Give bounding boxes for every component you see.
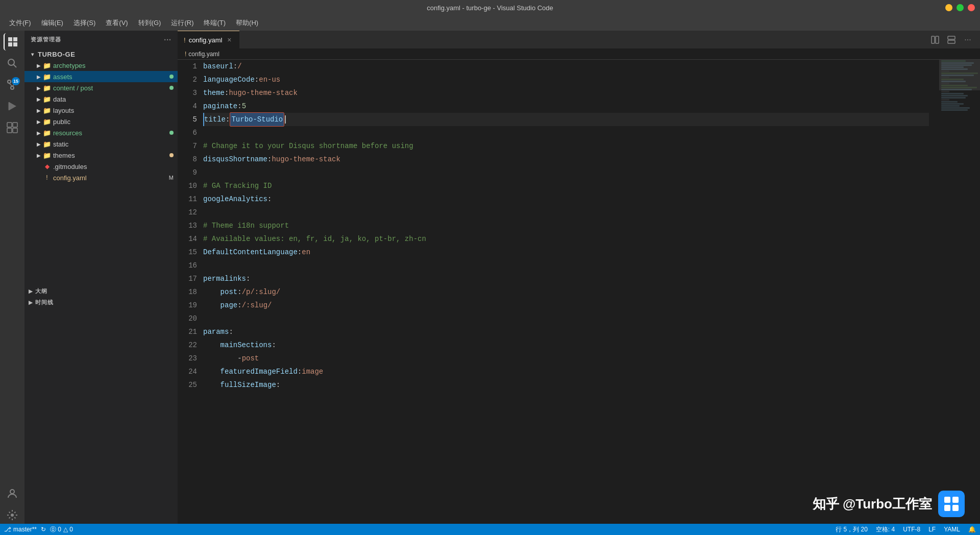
svg-rect-12 [13, 128, 17, 133]
root-label: TURBO-GE [38, 51, 75, 58]
outline-header[interactable]: ▶ 大纲 [24, 285, 178, 297]
svg-rect-10 [13, 123, 17, 127]
menu-view[interactable]: 查看(V) [102, 17, 132, 29]
status-encoding[interactable]: UTF-8 [903, 526, 920, 533]
sidebar-item-assets[interactable]: ▶ 📁 assets [24, 71, 178, 82]
activity-account[interactable] [4, 485, 21, 502]
activity-settings[interactable] [4, 506, 21, 524]
sidebar-label-archetypes: archetypes [53, 62, 178, 69]
sidebar-item-content[interactable]: ▶ 📁 content / post [24, 82, 178, 93]
folder-arrow: ▶ [35, 61, 43, 69]
folder-icon: 📁 [43, 106, 51, 114]
activity-search[interactable] [4, 55, 21, 72]
editor-tab-config[interactable]: ! config.yaml × [178, 31, 239, 48]
ln-10: 10 [178, 179, 197, 192]
ln-17: 17 [178, 272, 197, 285]
menu-run[interactable]: 运行(R) [167, 17, 198, 29]
window-title: config.yaml - turbo-ge - Visual Studio C… [427, 4, 553, 12]
ln-11: 11 [178, 192, 197, 206]
code-editor[interactable]: baseurl: / languageCode: en-us theme: hu… [203, 60, 939, 524]
sidebar: 资源管理器 ··· ▾ TURBO-GE ▶ 📁 archetypes ▶ 📁 … [24, 31, 178, 524]
sidebar-item-data[interactable]: ▶ 📁 data [24, 93, 178, 105]
activity-extensions[interactable] [4, 119, 21, 136]
menu-terminal[interactable]: 终端(T) [200, 17, 230, 29]
folder-icon: 📁 [43, 95, 51, 103]
sidebar-label-resources: resources [53, 129, 169, 137]
git-branch-icon: ⎇ [4, 526, 11, 533]
ln-2: 2 [178, 73, 197, 86]
status-right: 行 5，列 20 空格: 4 UTF-8 LF YAML 🔔 [836, 525, 976, 534]
minimap-content [939, 60, 980, 524]
more-actions-button[interactable]: ··· [961, 33, 975, 47]
sidebar-root[interactable]: ▾ TURBO-GE [24, 48, 178, 60]
sidebar-item-archetypes[interactable]: ▶ 📁 archetypes [24, 60, 178, 71]
svg-rect-16 [936, 36, 939, 43]
sidebar-action-more[interactable]: ··· [164, 36, 172, 44]
menu-goto[interactable]: 转到(G) [134, 17, 165, 29]
sidebar-item-layouts[interactable]: ▶ 📁 layouts [24, 105, 178, 116]
ln-23: 23 [178, 352, 197, 365]
sidebar-actions: ··· [164, 36, 172, 44]
menu-select[interactable]: 选择(S) [69, 17, 100, 29]
timeline-header[interactable]: ▶ 时间线 [24, 297, 178, 308]
folder-arrow: ▶ [35, 140, 43, 148]
tab-close-button[interactable]: × [225, 36, 233, 44]
menu-file[interactable]: 文件(F) [5, 17, 35, 29]
status-language[interactable]: YAML [944, 526, 960, 533]
svg-line-1 [14, 65, 17, 68]
close-button[interactable] [968, 4, 975, 11]
status-branch[interactable]: ⎇ master** [4, 526, 37, 533]
encoding-label: UTF-8 [903, 526, 920, 533]
sidebar-item-public[interactable]: ▶ 📁 public [24, 116, 178, 127]
split-editor-button[interactable] [928, 33, 942, 47]
cursor [285, 115, 286, 124]
sidebar-item-gitmodules[interactable]: ◆ .gitmodules [24, 161, 178, 172]
window-controls[interactable] [945, 4, 975, 11]
status-position[interactable]: 行 5，列 20 [836, 525, 868, 534]
menu-help[interactable]: 帮助(H) [232, 17, 262, 29]
minimize-button[interactable] [945, 4, 952, 11]
code-line-7: # Change it to your Disqus shortname bef… [203, 139, 929, 153]
sidebar-label-public: public [53, 118, 178, 126]
timeline-label: 时间线 [35, 299, 54, 306]
svg-rect-9 [7, 123, 12, 127]
sidebar-label-gitmodules: .gitmodules [53, 163, 178, 171]
sidebar-item-static[interactable]: ▶ 📁 static [24, 138, 178, 150]
tab-bar: ! config.yaml × ··· [178, 31, 980, 48]
line-col: 行 5，列 20 [836, 525, 868, 534]
svg-line-6 [12, 83, 15, 86]
ln-21: 21 [178, 325, 197, 338]
maximize-button[interactable] [957, 4, 964, 11]
folder-arrow: ▶ [35, 117, 43, 126]
sidebar-item-config[interactable]: ! config.yaml M [24, 172, 178, 183]
code-line-22: mainSections: [203, 338, 929, 352]
status-sync[interactable]: ↻ [41, 526, 46, 533]
ln-24: 24 [178, 365, 197, 378]
layout-button[interactable] [944, 33, 959, 47]
activity-source-control[interactable] [4, 76, 21, 93]
errors-count: ⓪ 0 [50, 525, 61, 534]
branch-name: master** [13, 526, 37, 533]
ln-15: 15 [178, 246, 197, 259]
sidebar-label-themes: themes [53, 152, 169, 159]
ln-13: 13 [178, 219, 197, 232]
code-line-24: featuredImageField: image [203, 365, 929, 378]
activity-run[interactable] [4, 98, 21, 115]
no-arrow [35, 162, 43, 171]
code-line-23: - post [203, 352, 929, 365]
status-eol[interactable]: LF [928, 526, 936, 533]
folder-icon: 📁 [43, 72, 51, 81]
sidebar-item-themes[interactable]: ▶ 📁 themes [24, 150, 178, 161]
status-errors[interactable]: ⓪ 0 △ 0 [50, 525, 73, 534]
activity-explorer[interactable] [4, 33, 21, 51]
sidebar-item-resources[interactable]: ▶ 📁 resources [24, 127, 178, 138]
status-notifications[interactable]: 🔔 [968, 526, 976, 533]
ln-5: 5 [178, 113, 197, 126]
sidebar-label-static: static [53, 140, 178, 148]
modified-dot [169, 75, 174, 79]
menu-edit[interactable]: 编辑(E) [37, 17, 67, 29]
status-spaces[interactable]: 空格: 4 [876, 525, 895, 534]
sidebar-label-layouts: layouts [53, 107, 178, 114]
svg-rect-8 [8, 102, 10, 110]
code-line-2: languageCode: en-us [203, 73, 929, 86]
